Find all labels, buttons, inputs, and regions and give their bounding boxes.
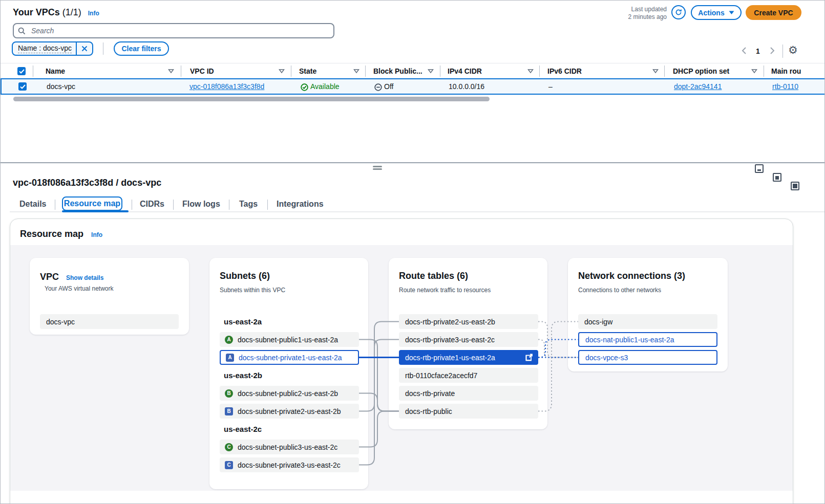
az-c-badge: C	[225, 461, 233, 469]
filter-token-dismiss-button[interactable]	[76, 42, 92, 55]
subnet-group-us-east-2a: us-east-2a	[224, 317, 262, 326]
column-separator	[291, 65, 291, 77]
route-table-node-label: docs-rtb-private2-us-east-2b	[405, 318, 495, 326]
last-updated-line2: 2 minutes ago	[628, 13, 667, 21]
network-node-igw[interactable]: docs-igw	[578, 314, 717, 329]
tab-separator	[267, 200, 268, 210]
pagination-next-button[interactable]	[769, 47, 775, 55]
az-a-badge: A	[225, 336, 233, 344]
toolbar-divider	[103, 42, 103, 55]
network-node-nat[interactable]: docs-nat-public1-us-east-2a	[578, 332, 717, 347]
chevron-left-icon	[741, 47, 747, 55]
subnet-node-label: docs-subnet-public1-us-east-2a	[238, 336, 338, 344]
tab-resource-map-label: Resource map	[64, 199, 120, 208]
actions-button[interactable]: Actions	[691, 5, 742, 20]
actions-button-label: Actions	[698, 9, 724, 17]
route-table-node-private3[interactable]: docs-rtb-private3-us-east-2c	[399, 332, 538, 347]
route-table-node-public[interactable]: docs-rtb-public	[399, 404, 538, 419]
split-panel-drag-handle[interactable]	[373, 165, 382, 171]
tab-flow-logs[interactable]: Flow logs	[182, 200, 220, 209]
filter-state-button[interactable]	[353, 69, 359, 74]
subnets-card-title: Subnets (6)	[220, 271, 270, 281]
column-header-ipv4-cidr: IPv4 CIDR	[448, 67, 482, 75]
active-tab-underline	[62, 210, 129, 212]
page-title: Your VPCs (1/1) Info	[13, 7, 99, 18]
split-panel-position-full-icon[interactable]	[791, 182, 799, 190]
network-node-vpce-s3[interactable]: docs-vpce-s3	[578, 350, 717, 365]
tab-integrations[interactable]: Integrations	[277, 200, 324, 209]
vpc-node-docs-vpc[interactable]: docs-vpc	[40, 314, 179, 329]
cell-state: Available	[310, 82, 340, 91]
route-table-node-private1-selected[interactable]: docs-rtb-private1-us-east-2a	[399, 350, 538, 365]
route-tables-card-subtitle: Route network traffic to resources	[399, 287, 491, 294]
subnet-node-label: docs-subnet-public3-us-east-2c	[238, 443, 337, 451]
tab-tags[interactable]: Tags	[239, 200, 258, 209]
horizontal-scrollbar[interactable]	[13, 97, 490, 101]
select-all-checkbox[interactable]	[17, 67, 26, 75]
cell-dhcp-link[interactable]: dopt-2ac94141	[674, 82, 722, 91]
subnet-node-label: docs-subnet-private1-us-east-2a	[239, 354, 342, 362]
filter-block-public-button[interactable]	[428, 69, 434, 74]
filter-vpc-id-button[interactable]	[279, 69, 285, 74]
create-vpc-button[interactable]: Create VPC	[746, 5, 801, 20]
column-separator	[539, 65, 540, 77]
resource-map-title: Resource map Info	[20, 229, 102, 239]
subnet-group-us-east-2b: us-east-2b	[224, 371, 262, 380]
cell-vpc-id-link[interactable]: vpc-018f086a13f3c3f8d	[189, 82, 264, 91]
subnet-node-private3[interactable]: C docs-subnet-private3-us-east-2c	[220, 457, 359, 472]
route-table-node-label: docs-rtb-public	[405, 407, 452, 415]
status-off-icon	[374, 83, 382, 91]
route-table-node-private[interactable]: docs-rtb-private	[399, 386, 538, 401]
column-separator	[181, 65, 181, 77]
last-updated: Last updated 2 minutes ago	[628, 6, 667, 21]
route-table-node-label: docs-rtb-private	[405, 389, 455, 398]
page-title-count: (1/1)	[62, 7, 81, 17]
vpc-console-page: Your VPCs (1/1) Info Last updated 2 minu…	[0, 0, 825, 504]
tab-cidrs[interactable]: CIDRs	[140, 200, 164, 209]
split-panel-position-side-icon[interactable]	[773, 173, 781, 182]
route-table-node-label: rtb-0110cface2acecfd7	[405, 371, 477, 380]
route-table-node-private2[interactable]: docs-rtb-private2-us-east-2b	[399, 314, 538, 329]
pagination-current-page[interactable]: 1	[756, 47, 760, 55]
table-row[interactable]: docs-vpc vpc-018f086a13f3c3f8d Available…	[1, 78, 825, 95]
subnet-node-label: docs-subnet-private2-us-east-2b	[238, 407, 341, 415]
filter-ipv6-button[interactable]	[652, 69, 659, 74]
split-panel-position-bottom-icon[interactable]	[755, 164, 764, 173]
external-link-icon[interactable]	[525, 354, 533, 361]
column-separator	[365, 65, 366, 77]
table-header: Name VPC ID State Block Public... IPv4 C…	[1, 63, 825, 79]
search-input[interactable]	[13, 23, 334, 38]
subnet-node-public3[interactable]: C docs-subnet-public3-us-east-2c	[220, 440, 359, 454]
filter-name-button[interactable]	[168, 69, 174, 74]
vpc-card-title-text: VPC	[40, 272, 59, 282]
tab-details[interactable]: Details	[19, 200, 46, 209]
row-checkbox[interactable]	[18, 82, 27, 91]
clear-filters-button[interactable]: Clear filters	[114, 41, 169, 56]
subnet-node-public2[interactable]: B docs-subnet-public2-us-east-2b	[220, 386, 359, 401]
tab-resource-map[interactable]: Resource map	[62, 196, 122, 211]
pagination-prev-button[interactable]	[741, 47, 747, 55]
vpc-show-details-link[interactable]: Show details	[66, 274, 103, 281]
cell-main-route-table-link[interactable]: rtb-0110	[772, 82, 798, 91]
az-c-badge: C	[225, 443, 233, 451]
resource-map-info-link[interactable]: Info	[91, 231, 102, 238]
subnets-card-subtitle: Subnets within this VPC	[220, 287, 285, 294]
cell-name: docs-vpc	[47, 82, 75, 91]
column-header-block-public: Block Public...	[373, 67, 422, 75]
az-b-badge: B	[225, 389, 233, 398]
page-title-info-link[interactable]: Info	[88, 10, 99, 17]
subnet-node-public1[interactable]: A docs-subnet-public1-us-east-2a	[220, 332, 359, 347]
refresh-button[interactable]	[671, 5, 686, 19]
subnet-node-private1-selected[interactable]: A docs-subnet-private1-us-east-2a	[220, 350, 359, 365]
tab-separator	[55, 200, 55, 210]
refresh-icon	[675, 9, 682, 16]
subnet-node-private2[interactable]: B docs-subnet-private2-us-east-2b	[220, 404, 359, 419]
table-settings-button[interactable]: ⚙	[788, 44, 798, 56]
filter-ipv4-button[interactable]	[527, 69, 534, 74]
chevron-right-icon	[769, 47, 775, 55]
route-table-node-rtb-0110[interactable]: rtb-0110cface2acecfd7	[399, 368, 538, 383]
column-header-name: Name	[46, 67, 65, 75]
network-connections-card-subtitle: Connections to other networks	[578, 287, 661, 294]
filter-dhcp-button[interactable]	[751, 69, 757, 74]
search-icon	[18, 27, 26, 35]
